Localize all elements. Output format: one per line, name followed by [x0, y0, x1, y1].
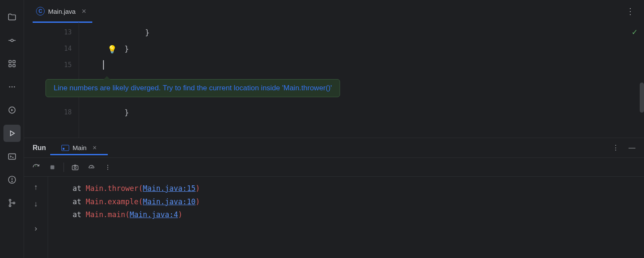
more-tools-icon[interactable] [3, 78, 21, 95]
camera-icon[interactable] [70, 162, 80, 172]
run-panel-actions: ⋮ — [612, 144, 635, 152]
console-output[interactable]: at Main.thrower(Main.java:15) at Main.ex… [48, 177, 644, 258]
svg-rect-4 [12, 61, 15, 63]
scrollbar-thumb[interactable] [640, 83, 644, 113]
code-line: } [125, 45, 129, 53]
svg-point-27 [107, 165, 108, 166]
line-number[interactable]: 13 [64, 28, 72, 36]
terminal-icon[interactable] [3, 148, 21, 165]
class-icon: C [36, 7, 45, 15]
line-number[interactable]: 18 [64, 108, 72, 116]
expand-icon[interactable]: › [35, 224, 37, 233]
svg-point-0 [11, 39, 13, 42]
svg-rect-22 [51, 165, 55, 169]
line-number[interactable]: 14 [64, 45, 72, 52]
minimize-icon[interactable]: — [629, 144, 635, 152]
svg-point-20 [13, 202, 15, 204]
svg-point-18 [9, 200, 11, 201]
text-caret [103, 60, 104, 70]
editor-tab-label: Main.java [48, 8, 76, 15]
console-nav-gutter: ↑ ↓ › [24, 177, 48, 258]
down-arrow-icon[interactable]: ↓ [34, 200, 38, 209]
stop-button[interactable] [47, 162, 58, 172]
stack-trace-line: at Main.thrower(Main.java:15) [55, 182, 644, 195]
code-line: } [125, 108, 129, 117]
svg-point-29 [107, 169, 108, 169]
run-tab-label: Main [73, 144, 87, 151]
svg-rect-5 [9, 64, 11, 67]
close-icon[interactable]: × [90, 144, 97, 152]
commits-icon[interactable] [3, 32, 21, 49]
run-panel-header: Run Main × ⋮ — [24, 138, 644, 158]
rerun-button[interactable] [31, 162, 41, 172]
vcs-icon[interactable] [3, 194, 21, 212]
run-body: ↑ ↓ › at Main.thrower(Main.java:15) at M… [24, 177, 644, 258]
svg-marker-21 [36, 165, 36, 166]
run-more-menu-icon[interactable]: ⋮ [612, 144, 619, 152]
stack-trace-line: at Main.example(Main.java:10) [55, 195, 644, 209]
run-panel: Run Main × ⋮ — [24, 138, 644, 258]
line-number[interactable]: 15 [64, 61, 72, 69]
editor-scrollbar[interactable] [639, 22, 644, 138]
source-link[interactable]: Main.java:10 [143, 197, 196, 206]
project-view-icon[interactable] [3, 9, 21, 26]
editor-tabs-bar: C Main.java × ⋮ [24, 0, 644, 22]
svg-marker-12 [10, 131, 14, 136]
svg-rect-6 [12, 64, 15, 67]
svg-point-17 [12, 181, 12, 181]
svg-rect-3 [9, 61, 11, 63]
services-icon[interactable] [3, 101, 21, 119]
source-link[interactable]: Main.java:15 [143, 184, 196, 193]
svg-point-7 [9, 86, 10, 88]
source-link[interactable]: Main.java:4 [130, 210, 178, 219]
svg-point-19 [9, 205, 11, 206]
code-line: } [145, 28, 149, 37]
application-icon [61, 145, 69, 151]
svg-rect-13 [8, 154, 15, 160]
code-editor[interactable]: ✓ 13 14 15 18 💡 } } } Line numbers are l… [24, 22, 644, 138]
editor-more-menu-icon[interactable]: ⋮ [626, 6, 635, 16]
activity-bar [0, 0, 24, 258]
line-divergence-tooltip: Line numbers are likely diverged. Try to… [46, 79, 340, 97]
editor-tab-main-java[interactable]: C Main.java × [33, 0, 92, 22]
svg-point-8 [11, 86, 12, 88]
up-arrow-icon[interactable]: ↑ [34, 183, 38, 192]
svg-point-24 [74, 166, 76, 169]
run-panel-title: Run [33, 144, 46, 152]
structure-icon[interactable] [3, 55, 21, 72]
svg-point-28 [107, 166, 108, 167]
inspection-ok-icon[interactable]: ✓ [632, 27, 637, 37]
toolbar-separator [64, 163, 64, 172]
run-tab-main[interactable]: Main × [59, 138, 99, 158]
svg-point-9 [14, 86, 15, 88]
toolbar-more-icon[interactable] [103, 162, 113, 172]
dashboard-icon[interactable] [86, 162, 97, 172]
problems-icon[interactable] [3, 171, 21, 188]
lightbulb-icon[interactable]: 💡 [107, 45, 117, 54]
main-area: C Main.java × ⋮ ✓ 13 14 15 18 💡 } } } Li… [24, 0, 644, 258]
stack-trace-line: at Main.main(Main.java:4) [55, 208, 644, 221]
run-toolbar [24, 158, 644, 177]
run-tool-icon[interactable] [3, 125, 21, 142]
svg-marker-11 [11, 109, 13, 111]
close-icon[interactable]: × [79, 7, 89, 16]
